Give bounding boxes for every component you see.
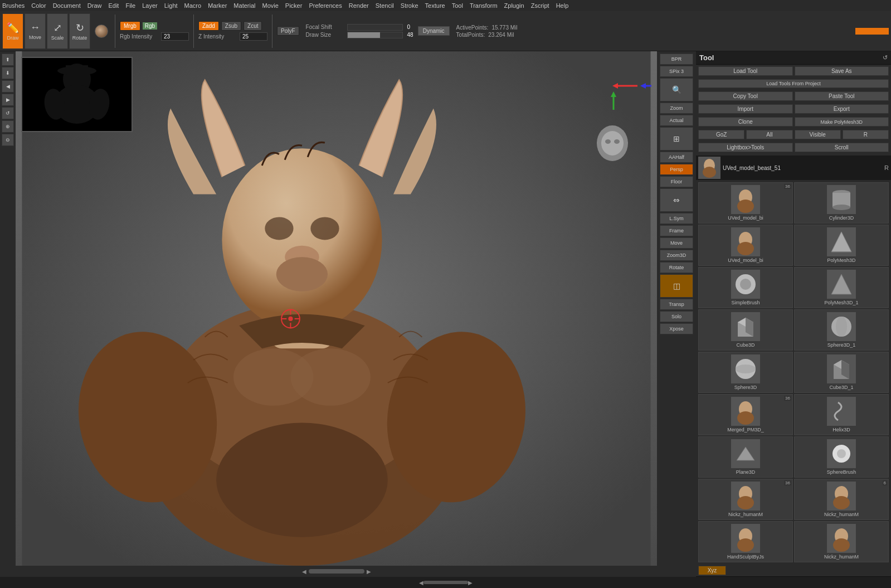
visible-button[interactable]: Visible (795, 130, 841, 139)
all-button[interactable]: All (746, 130, 792, 139)
tool-item-uved-model-1[interactable]: 36 UVed_model_bi (698, 182, 793, 223)
left-btn-5[interactable]: ↺ (2, 107, 14, 119)
l3sym-button[interactable]: L.Sym (660, 213, 693, 224)
tool-item-spherebrush[interactable]: SphereBrush (794, 436, 889, 478)
l3sym-icon-btn[interactable]: ⇔ (660, 188, 693, 212)
current-tool-thumb[interactable] (698, 157, 720, 179)
canvas-area[interactable]: ◀ ▶ (16, 51, 657, 577)
bottom-arrow-right[interactable]: ▶ (468, 580, 473, 586)
scale-button[interactable]: ⤢ Scale (47, 13, 68, 49)
menu-marker[interactable]: Marker (208, 2, 227, 9)
zoom-label-btn[interactable]: Zoom (660, 103, 693, 114)
frame-button[interactable]: Frame (660, 225, 693, 236)
xpose-button[interactable]: Xpose (660, 323, 693, 334)
refresh-icon[interactable]: ↺ (883, 54, 888, 61)
left-btn-2[interactable]: ⬇ (2, 67, 14, 79)
menu-light[interactable]: Light (164, 2, 178, 9)
tool-item-polymesh3d-1[interactable]: PolyMesh3D_1 (794, 267, 889, 308)
menu-render[interactable]: Render (349, 2, 369, 9)
left-btn-3[interactable]: ◀ (2, 80, 14, 93)
make-polymesh3d-button[interactable]: Make PolyMesh3D (795, 117, 889, 127)
menu-material[interactable]: Material (233, 2, 255, 9)
menu-texture[interactable]: Texture (425, 2, 445, 9)
menu-color[interactable]: Color (31, 2, 46, 9)
rotate-3d-button[interactable]: Rotate (660, 262, 693, 273)
menu-zscript[interactable]: Zscript (531, 2, 549, 9)
tool-item-cube3d[interactable]: Cube3D (698, 309, 793, 351)
menu-brushes[interactable]: Brushes (2, 2, 25, 9)
tool-item-helix3d[interactable]: Helix3D (794, 394, 889, 435)
zcut-toggle[interactable]: Zcut (244, 21, 262, 31)
menu-stencil[interactable]: Stencil (376, 2, 394, 9)
spix-button[interactable]: SPix 3 (660, 66, 693, 77)
menu-zplugin[interactable]: Zplugin (504, 2, 524, 9)
transp-icon-btn[interactable]: ◫ (660, 274, 693, 298)
menu-preferences[interactable]: Preferences (309, 2, 342, 9)
bottom-arrow-left[interactable]: ◀ (419, 580, 423, 586)
persp-button[interactable]: Persp (660, 164, 693, 175)
menu-document[interactable]: Document (53, 2, 81, 9)
tool-item-nickz-humanm-2[interactable]: Nickz_humanM (794, 521, 889, 562)
tool-item-plane3d[interactable]: Plane3D (698, 436, 793, 478)
menu-picker[interactable]: Picker (285, 2, 303, 9)
rgb-badge[interactable]: Rgb (143, 22, 157, 30)
lightbox-tools-button[interactable]: Lightbox>Tools (698, 143, 793, 152)
focal-shift-slider[interactable] (347, 24, 403, 31)
menu-file[interactable]: File (125, 2, 135, 9)
zsub-toggle[interactable]: Zsub (221, 21, 241, 31)
transp-button[interactable]: Transp (660, 299, 693, 310)
tool-item-cylinder3d[interactable]: Cylinder3D (794, 182, 889, 223)
rotate-button[interactable]: ↻ Rotate (69, 13, 90, 49)
polyf-toggle[interactable]: PolyF (277, 26, 299, 36)
dynamic-button[interactable]: Dynamic (418, 26, 450, 36)
draw-size-slider[interactable] (347, 32, 403, 38)
tool-item-merged-pm3d[interactable]: 36 Merged_PM3D_ (698, 394, 793, 435)
tool-item-handsculpt[interactable]: HandSculptByJs (698, 521, 793, 562)
move-button[interactable]: ↔️ Move (25, 13, 46, 49)
bottom-scroll[interactable] (423, 581, 468, 584)
tool-item-uved-model-2[interactable]: UVed_model_bi (698, 225, 793, 266)
menu-tool[interactable]: Tool (452, 2, 463, 9)
actual-button[interactable]: Actual (660, 115, 693, 126)
zadd-toggle[interactable]: Zadd (198, 21, 219, 31)
menu-help[interactable]: Help (556, 2, 569, 9)
tool-item-sphere3d-1[interactable]: Sphere3D_1 (794, 309, 889, 351)
mrgb-toggle[interactable]: Mrgb (120, 21, 140, 31)
zoom-icon-btn[interactable]: 🔍 (660, 78, 693, 101)
goz-button[interactable]: GoZ (698, 130, 744, 139)
navigation-cube[interactable] (590, 124, 635, 168)
solo-button[interactable]: Solo (660, 311, 693, 322)
left-btn-7[interactable]: ⊖ (2, 134, 14, 146)
bpr-button[interactable]: BPR (660, 54, 693, 65)
tool-item-nickz-humanm-1[interactable]: 6 Nickz_humanM (794, 479, 889, 520)
material-color-circle[interactable] (95, 25, 108, 38)
menu-macro[interactable]: Macro (184, 2, 202, 9)
r-shortcut-2[interactable]: R (884, 164, 889, 171)
clone-button[interactable]: Clone (698, 117, 793, 127)
aahalf-button[interactable]: AAHalf (660, 152, 693, 163)
tool-item-uved-model-3[interactable]: 36 Nickz_humanM (698, 479, 793, 520)
aahalf-icon-btn[interactable]: ⊞ (660, 127, 693, 150)
xyz-button[interactable]: Xyz (698, 566, 726, 575)
export-button[interactable]: Export (795, 104, 889, 114)
load-tool-button[interactable]: Load Tool (698, 66, 793, 76)
r-shortcut[interactable]: R (843, 130, 889, 139)
left-btn-6[interactable]: ⊕ (2, 120, 14, 133)
left-btn-4[interactable]: ▶ (2, 94, 14, 106)
copy-tool-button[interactable]: Copy Tool (698, 91, 793, 101)
canvas-horizontal-scroll[interactable] (309, 569, 364, 574)
floor-button[interactable]: Floor (660, 176, 693, 187)
tool-item-simplebrush[interactable]: SimpleBrush (698, 267, 793, 308)
menu-layer[interactable]: Layer (142, 2, 158, 9)
menu-edit[interactable]: Edit (108, 2, 119, 9)
paste-tool-button[interactable]: Paste Tool (795, 91, 889, 101)
save-as-button[interactable]: Save As (795, 66, 889, 76)
load-tools-from-project-button[interactable]: Load Tools From Project (698, 79, 889, 88)
tool-item-sphere3d[interactable]: Sphere3D (698, 352, 793, 393)
menu-draw[interactable]: Draw (87, 2, 102, 9)
tool-item-cube3d-1[interactable]: Cube3D_1 (794, 352, 889, 393)
scroll-right-arrow[interactable]: ▶ (367, 568, 371, 575)
z-intensity-input[interactable] (240, 32, 267, 41)
menu-stroke[interactable]: Stroke (401, 2, 418, 9)
import-button[interactable]: Import (698, 104, 793, 114)
